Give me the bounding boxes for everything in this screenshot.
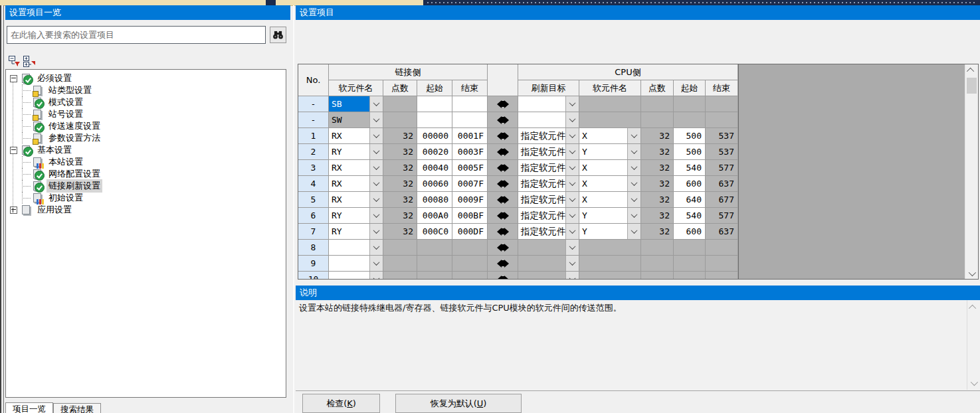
link-end-cell[interactable]: 000DF [452,224,488,240]
link-end-cell[interactable]: 0001F [452,128,488,144]
link-device-dropdown-button[interactable] [369,128,383,143]
link-device-dropdown-button[interactable] [369,272,383,280]
cpu-device-dropdown-button[interactable] [627,160,640,175]
link-device-cell-value[interactable] [329,256,369,271]
refresh-target-cell-value[interactable]: 指定软元件 [518,144,565,159]
refresh-target-cell-value[interactable]: 指定软元件 [518,176,565,191]
cpu-start-cell[interactable]: 540 [674,208,706,224]
link-device-cell-value[interactable] [329,240,369,255]
refresh-target-cell-value[interactable] [518,272,565,280]
tree-item-station-number-setting[interactable]: 站号设置 [6,108,286,120]
link-end-cell[interactable]: 0009F [452,192,488,208]
cpu-start-cell[interactable]: 640 [674,192,706,208]
link-start-cell[interactable] [417,96,452,112]
link-device-cell-value[interactable] [329,272,369,280]
link-start-cell[interactable]: 00060 [417,176,452,192]
tree-item-link-refresh-setting[interactable]: 链接刷新设置 [6,180,286,192]
link-device-cell-value[interactable]: RX [329,176,369,191]
link-device-dropdown-button[interactable] [369,176,383,191]
collapse-all-button[interactable] [8,55,22,67]
cpu-device-cell-value[interactable]: X [579,160,627,175]
refresh-target-cell-value[interactable] [518,240,565,255]
refresh-target-cell-value[interactable]: 指定软元件 [518,160,565,175]
cpu-start-cell[interactable]: 500 [674,128,706,144]
collapse-minus-icon[interactable] [10,147,17,154]
refresh-target-cell-value[interactable] [518,256,565,271]
link-end-cell[interactable] [452,96,488,112]
link-device-dropdown-button[interactable] [369,224,383,239]
refresh-target-dropdown-button[interactable] [565,192,579,207]
cpu-start-cell[interactable]: 600 [674,224,706,240]
link-end-cell[interactable]: 0003F [452,144,488,160]
cpu-device-dropdown-button[interactable] [627,208,640,223]
tree-item-application-settings[interactable]: 应用设置 [6,204,286,216]
link-start-cell[interactable]: 00020 [417,144,452,160]
tree-item-basic-settings[interactable]: 基本设置 [6,144,286,156]
description-scrollbar[interactable] [967,300,980,390]
cpu-device-dropdown-button[interactable] [627,192,640,207]
tree-item-network-configuration-setting[interactable]: 网络配置设置 [6,168,286,180]
refresh-target-dropdown-button[interactable] [565,128,579,143]
tab-item-list[interactable]: 项目一览 [5,402,53,413]
link-device-dropdown-button[interactable] [369,256,383,271]
link-start-cell[interactable] [417,112,452,128]
restore-default-button[interactable]: 恢复为默认(U) [395,394,522,413]
cpu-start-cell[interactable]: 500 [674,144,706,160]
refresh-target-dropdown-button[interactable] [565,112,579,127]
expand-plus-icon[interactable] [10,206,17,214]
link-device-cell-value[interactable]: RX [329,160,369,175]
link-device-cell-value[interactable]: RY [329,144,369,159]
tree-item-station-type-setting[interactable]: 站类型设置 [6,84,286,96]
scroll-up-button[interactable] [965,64,977,76]
cpu-device-dropdown-button[interactable] [627,224,640,239]
refresh-target-cell-value[interactable]: 指定软元件 [518,192,565,207]
cpu-start-cell[interactable]: 540 [674,160,706,176]
refresh-target-dropdown-button[interactable] [565,176,579,191]
scroll-down-button[interactable] [967,377,979,388]
link-device-dropdown-button[interactable] [369,192,383,207]
link-device-dropdown-button[interactable] [369,112,383,127]
tree-item-own-station-setting[interactable]: 本站设置 [6,156,286,168]
link-device-cell-value[interactable]: RY [329,208,369,223]
tree-item-required-settings[interactable]: 必须设置 [6,72,286,84]
collapse-minus-icon[interactable] [10,75,17,82]
tree-item-transmission-speed-setting[interactable]: 传送速度设置 [6,120,286,132]
link-start-cell[interactable]: 00080 [417,192,452,208]
check-button[interactable]: 检查(K) [302,394,380,413]
refresh-target-dropdown-button[interactable] [565,224,579,239]
refresh-target-dropdown-button[interactable] [565,144,579,159]
cpu-device-dropdown-button[interactable] [627,128,640,143]
cpu-device-dropdown-button[interactable] [627,176,640,191]
cpu-device-cell-value[interactable]: Y [579,224,627,239]
cpu-device-cell-value[interactable]: Y [579,144,627,159]
refresh-target-dropdown-button[interactable] [565,160,579,175]
link-device-dropdown-button[interactable] [369,208,383,223]
refresh-target-dropdown-button[interactable] [565,240,579,255]
link-device-cell-value[interactable]: SB [329,96,369,112]
refresh-target-cell-value[interactable] [518,112,565,127]
tree-item-initial-setting[interactable]: 初始设置 [6,192,286,204]
link-device-cell-value[interactable]: RX [329,192,369,207]
tab-search-result[interactable]: 搜索结果 [53,403,101,413]
scroll-down-button[interactable] [965,268,977,279]
link-device-cell-value[interactable]: RY [329,224,369,239]
cpu-device-cell-value[interactable]: X [579,192,627,207]
link-device-dropdown-button[interactable] [369,160,383,175]
cpu-device-cell-value[interactable]: X [579,128,627,143]
expand-all-button[interactable] [23,55,37,67]
refresh-target-cell-value[interactable]: 指定软元件 [518,128,565,143]
cpu-device-cell-value[interactable]: Y [579,208,627,223]
table-vertical-scrollbar[interactable] [965,64,978,279]
tree-item-mode-setting[interactable]: 模式设置 [6,96,286,108]
link-end-cell[interactable]: 000BF [452,208,488,224]
link-device-dropdown-button[interactable] [369,144,383,159]
link-start-cell[interactable]: 00000 [417,128,452,144]
link-end-cell[interactable] [452,112,488,128]
refresh-target-dropdown-button[interactable] [565,208,579,223]
link-end-cell[interactable]: 0007F [452,176,488,192]
refresh-target-cell-value[interactable]: 指定软元件 [518,208,565,223]
tree-item-parameter-setting-method[interactable]: 参数设置方法 [6,132,286,144]
link-device-dropdown-button[interactable] [369,96,383,112]
scrollbar-thumb[interactable] [967,78,977,94]
refresh-target-cell-value[interactable] [518,96,565,112]
